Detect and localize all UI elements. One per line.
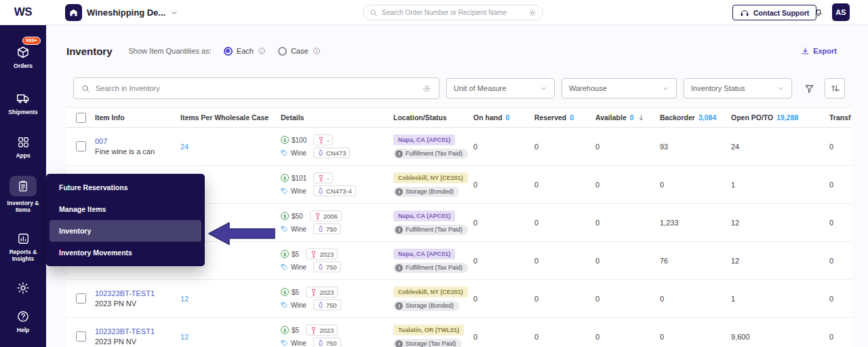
col-header-item-info[interactable]: Item Info <box>95 113 172 122</box>
contact-support-button[interactable]: Contact Support <box>732 5 816 20</box>
gear-icon <box>16 281 30 295</box>
sort-button[interactable] <box>825 78 845 98</box>
reserved-value: 0 <box>534 143 595 151</box>
on-hand-value: 0 <box>473 181 534 189</box>
available-value: 0 <box>595 257 660 265</box>
backorder-value: 1,233 <box>660 219 731 227</box>
sidebar-item-orders[interactable]: 999+ Orders <box>1 45 45 69</box>
global-search-input[interactable] <box>382 9 524 16</box>
col-header-backorder[interactable]: Backorder3,084 <box>660 113 731 122</box>
item-price: $100 <box>292 136 307 144</box>
status-badge: i Storage (Tax Paid) <box>393 339 462 347</box>
sidebar-item-shipments[interactable]: Shipments <box>1 91 45 115</box>
radio-each[interactable]: Each <box>224 47 266 56</box>
sidebar-item-settings[interactable] <box>1 281 45 295</box>
col-header-per-case[interactable]: Items Per Wholesale Case <box>172 113 278 122</box>
menu-item[interactable]: Inventory <box>50 220 201 242</box>
item-link[interactable]: 102323BT-TEST1 <box>95 289 172 297</box>
vintage-value: 2006 <box>323 213 338 220</box>
location-badge: Napa, CA (APC01) <box>393 211 455 221</box>
col-header-open-po[interactable]: Open PO/TO19,288 <box>731 113 829 122</box>
status-badge: i Storage (Bonded) <box>393 301 459 311</box>
filter-funnel-button[interactable] <box>800 79 818 98</box>
status-badge: i Fulfillment (Tax Paid) <box>393 263 468 273</box>
tag-icon <box>281 149 288 157</box>
radio-case[interactable]: Case <box>278 47 321 56</box>
col-header-transfer[interactable]: Transf <box>829 113 852 122</box>
vintage-chip: 2006 <box>310 211 342 221</box>
org-name: Wineshipping De... <box>87 7 165 18</box>
notifications-bell-icon[interactable] <box>813 7 824 18</box>
inventory-search-input[interactable] <box>96 84 417 92</box>
status-text: Storage (Bonded) <box>406 302 454 309</box>
col-header-available[interactable]: Available0 <box>595 113 660 122</box>
sidebar-item-reports-insights[interactable]: Reports & Insights <box>1 232 45 262</box>
search-settings-gear-icon[interactable] <box>528 9 536 17</box>
unit-of-measure-dropdown[interactable]: Unit of Measure <box>446 78 555 98</box>
backorder-value: 93 <box>660 143 731 151</box>
warehouse-dropdown[interactable]: Warehouse <box>561 78 677 98</box>
info-icon: i <box>395 226 403 234</box>
inventory-search[interactable] <box>73 77 439 99</box>
item-link[interactable]: 007 <box>95 137 172 145</box>
vintage-glass-icon <box>310 251 317 258</box>
col-label: Available <box>595 113 627 122</box>
user-avatar[interactable]: AS <box>832 3 850 21</box>
row-checkbox[interactable] <box>76 141 86 151</box>
info-icon[interactable] <box>313 47 321 55</box>
bottle-chip: CN473 <box>313 147 351 158</box>
sidebar-item-inventory-items[interactable]: Inventory & Items <box>1 176 45 213</box>
radio-each-control[interactable] <box>224 47 233 56</box>
search-settings-gear-icon[interactable] <box>422 84 431 93</box>
vintage-glass-icon <box>310 327 317 334</box>
bottle-icon <box>317 225 324 232</box>
reserved-value: 0 <box>534 333 595 341</box>
col-count: 0 <box>506 113 510 122</box>
row-checkbox[interactable] <box>76 331 86 342</box>
open-po-value: 1 <box>731 295 829 303</box>
item-link[interactable]: 102323BT-TEST1 <box>95 327 172 335</box>
status-badge: i Fulfillment (Tax Paid) <box>393 225 468 235</box>
sidebar-item-label: Inventory & Items <box>4 200 42 213</box>
transfer-value: 0 <box>829 181 852 189</box>
radio-case-control[interactable] <box>278 47 287 56</box>
select-all-checkbox[interactable] <box>76 113 86 123</box>
row-checkbox[interactable] <box>76 293 86 304</box>
col-header-details[interactable]: Details <box>278 113 393 122</box>
status-text: Fulfillment (Tax Paid) <box>406 226 462 233</box>
bottle-chip: 750 <box>313 299 341 310</box>
vintage-value: 2023 <box>319 327 334 334</box>
menu-item[interactable]: Future Reservations <box>50 177 201 198</box>
available-value: 0 <box>595 295 660 303</box>
inventory-status-dropdown[interactable]: Inventory Status <box>684 78 792 98</box>
export-button[interactable]: Export <box>801 47 837 56</box>
location-badge: Napa, CA (APC01) <box>393 249 455 259</box>
sidebar-item-help[interactable]: Help <box>1 310 45 333</box>
col-label: Reserved <box>534 113 566 122</box>
sort-descending-icon[interactable] <box>637 114 645 122</box>
quantities-label: Show Item Quantities as: <box>129 47 212 55</box>
global-search[interactable] <box>363 5 543 20</box>
sidebar-item-label: Shipments <box>8 109 37 115</box>
radio-case-label: Case <box>291 47 309 55</box>
menu-item[interactable]: Inventory Movements <box>50 242 201 263</box>
sidebar-item-apps[interactable]: Apps <box>1 136 45 159</box>
org-selector[interactable]: Wineshipping De... <box>65 4 178 21</box>
ws-logo[interactable]: WS <box>0 0 46 24</box>
price-dollar-icon: $ <box>281 136 289 144</box>
item-price: $5 <box>292 327 299 334</box>
vintage-glass-icon <box>314 213 321 220</box>
col-header-location[interactable]: Location/Status <box>393 113 473 122</box>
location-badge: Napa, CA (APC01) <box>393 134 455 145</box>
sidebar: 999+ Orders Shipments Apps Inventory & I… <box>0 25 46 347</box>
open-po-value: 9,600 <box>731 333 829 341</box>
bottle-icon <box>317 187 324 194</box>
menu-item[interactable]: Manage Items <box>50 198 201 220</box>
backorder-value: 76 <box>660 257 731 265</box>
bottle-chip: 750 <box>313 337 341 347</box>
export-download-icon <box>801 47 810 56</box>
col-header-on-hand[interactable]: On hand0 <box>473 113 534 122</box>
col-header-reserved[interactable]: Reserved0 <box>534 113 595 122</box>
col-count: 0 <box>570 113 574 122</box>
info-icon[interactable] <box>258 47 266 55</box>
